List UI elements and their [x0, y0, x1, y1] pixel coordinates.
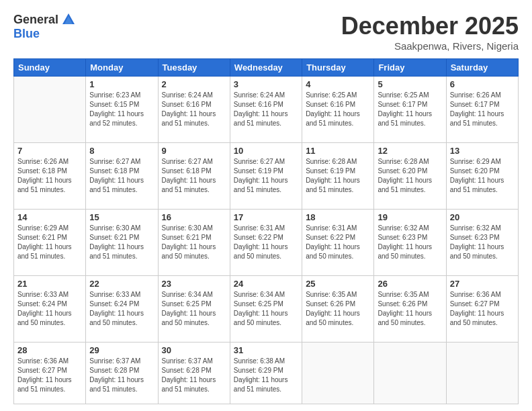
calendar-cell: 9Sunrise: 6:27 AM Sunset: 6:18 PM Daylig…: [158, 142, 230, 209]
calendar-cell: 20Sunrise: 6:32 AM Sunset: 6:23 PM Dayli…: [446, 209, 518, 275]
calendar-cell: 12Sunrise: 6:28 AM Sunset: 6:20 PM Dayli…: [374, 142, 446, 209]
day-info: Sunrise: 6:24 AM Sunset: 6:16 PM Dayligh…: [234, 91, 298, 128]
day-info: Sunrise: 6:37 AM Sunset: 6:28 PM Dayligh…: [162, 357, 226, 394]
calendar-cell: 24Sunrise: 6:34 AM Sunset: 6:25 PM Dayli…: [230, 275, 302, 342]
day-info: Sunrise: 6:37 AM Sunset: 6:28 PM Dayligh…: [89, 357, 154, 394]
calendar-cell: [302, 342, 374, 404]
location: Saakpenwa, Rivers, Nigeria: [341, 40, 519, 52]
day-info: Sunrise: 6:29 AM Sunset: 6:20 PM Dayligh…: [450, 157, 515, 195]
day-info: Sunrise: 6:27 AM Sunset: 6:18 PM Dayligh…: [162, 157, 226, 195]
calendar-cell: 28Sunrise: 6:36 AM Sunset: 6:27 PM Dayli…: [14, 342, 86, 404]
calendar-cell: [374, 342, 446, 404]
calendar-cell: 29Sunrise: 6:37 AM Sunset: 6:28 PM Dayli…: [86, 342, 158, 404]
calendar-cell: 6Sunrise: 6:26 AM Sunset: 6:17 PM Daylig…: [446, 77, 518, 143]
title-section: December 2025 Saakpenwa, Rivers, Nigeria: [341, 12, 519, 52]
logo-blue-text: Blue: [13, 27, 40, 41]
day-number: 17: [234, 212, 298, 222]
day-info: Sunrise: 6:25 AM Sunset: 6:16 PM Dayligh…: [306, 91, 370, 128]
day-number: 7: [17, 146, 82, 156]
week-row-5: 28Sunrise: 6:36 AM Sunset: 6:27 PM Dayli…: [14, 342, 519, 404]
calendar-cell: 27Sunrise: 6:36 AM Sunset: 6:27 PM Dayli…: [446, 275, 518, 342]
calendar-cell: 14Sunrise: 6:29 AM Sunset: 6:21 PM Dayli…: [14, 209, 86, 275]
day-number: 9: [162, 146, 226, 156]
day-number: 6: [450, 79, 515, 89]
day-number: 2: [162, 79, 226, 89]
day-number: 26: [378, 279, 442, 289]
day-number: 11: [306, 146, 370, 156]
day-info: Sunrise: 6:35 AM Sunset: 6:26 PM Dayligh…: [306, 290, 370, 328]
logo-icon: [61, 12, 76, 27]
logo-general-text: General: [13, 13, 58, 27]
calendar-cell: 19Sunrise: 6:32 AM Sunset: 6:23 PM Dayli…: [374, 209, 446, 275]
day-info: Sunrise: 6:26 AM Sunset: 6:17 PM Dayligh…: [450, 91, 515, 128]
day-number: 14: [17, 212, 82, 222]
day-number: 27: [450, 279, 515, 289]
week-row-2: 7Sunrise: 6:26 AM Sunset: 6:18 PM Daylig…: [14, 142, 519, 209]
day-number: 3: [234, 79, 298, 89]
calendar-cell: 5Sunrise: 6:25 AM Sunset: 6:17 PM Daylig…: [374, 77, 446, 143]
day-info: Sunrise: 6:27 AM Sunset: 6:18 PM Dayligh…: [89, 157, 154, 195]
day-info: Sunrise: 6:24 AM Sunset: 6:16 PM Dayligh…: [162, 91, 226, 128]
month-title: December 2025: [341, 12, 519, 40]
day-number: 1: [89, 79, 154, 89]
weekday-sunday: Sunday: [14, 59, 86, 77]
day-info: Sunrise: 6:35 AM Sunset: 6:26 PM Dayligh…: [378, 290, 442, 328]
weekday-saturday: Saturday: [446, 59, 518, 77]
calendar-cell: 15Sunrise: 6:30 AM Sunset: 6:21 PM Dayli…: [86, 209, 158, 275]
week-row-3: 14Sunrise: 6:29 AM Sunset: 6:21 PM Dayli…: [14, 209, 519, 275]
day-info: Sunrise: 6:30 AM Sunset: 6:21 PM Dayligh…: [162, 224, 226, 261]
calendar-cell: [14, 77, 86, 143]
calendar-cell: 8Sunrise: 6:27 AM Sunset: 6:18 PM Daylig…: [86, 142, 158, 209]
weekday-tuesday: Tuesday: [158, 59, 230, 77]
day-info: Sunrise: 6:32 AM Sunset: 6:23 PM Dayligh…: [450, 224, 515, 261]
weekday-thursday: Thursday: [302, 59, 374, 77]
day-number: 23: [162, 279, 226, 289]
day-number: 4: [306, 79, 370, 89]
calendar-cell: 4Sunrise: 6:25 AM Sunset: 6:16 PM Daylig…: [302, 77, 374, 143]
day-number: 29: [89, 345, 154, 355]
week-row-1: 1Sunrise: 6:23 AM Sunset: 6:15 PM Daylig…: [14, 77, 519, 143]
calendar-cell: 18Sunrise: 6:31 AM Sunset: 6:22 PM Dayli…: [302, 209, 374, 275]
day-number: 31: [234, 345, 298, 355]
day-info: Sunrise: 6:38 AM Sunset: 6:29 PM Dayligh…: [234, 357, 298, 394]
calendar-cell: 26Sunrise: 6:35 AM Sunset: 6:26 PM Dayli…: [374, 275, 446, 342]
day-number: 24: [234, 279, 298, 289]
calendar-cell: 13Sunrise: 6:29 AM Sunset: 6:20 PM Dayli…: [446, 142, 518, 209]
calendar-cell: 22Sunrise: 6:33 AM Sunset: 6:24 PM Dayli…: [86, 275, 158, 342]
calendar-cell: 10Sunrise: 6:27 AM Sunset: 6:19 PM Dayli…: [230, 142, 302, 209]
day-number: 5: [378, 79, 442, 89]
day-info: Sunrise: 6:33 AM Sunset: 6:24 PM Dayligh…: [17, 290, 82, 328]
day-info: Sunrise: 6:33 AM Sunset: 6:24 PM Dayligh…: [89, 290, 154, 328]
day-info: Sunrise: 6:28 AM Sunset: 6:20 PM Dayligh…: [378, 157, 442, 195]
calendar-cell: 7Sunrise: 6:26 AM Sunset: 6:18 PM Daylig…: [14, 142, 86, 209]
calendar-cell: 1Sunrise: 6:23 AM Sunset: 6:15 PM Daylig…: [86, 77, 158, 143]
day-info: Sunrise: 6:36 AM Sunset: 6:27 PM Dayligh…: [450, 290, 515, 328]
day-number: 15: [89, 212, 154, 222]
calendar-cell: 11Sunrise: 6:28 AM Sunset: 6:19 PM Dayli…: [302, 142, 374, 209]
weekday-monday: Monday: [86, 59, 158, 77]
calendar-cell: 16Sunrise: 6:30 AM Sunset: 6:21 PM Dayli…: [158, 209, 230, 275]
day-number: 13: [450, 146, 515, 156]
weekday-header-row: SundayMondayTuesdayWednesdayThursdayFrid…: [14, 59, 519, 77]
day-info: Sunrise: 6:34 AM Sunset: 6:25 PM Dayligh…: [234, 290, 298, 328]
day-info: Sunrise: 6:26 AM Sunset: 6:18 PM Dayligh…: [17, 157, 82, 195]
week-row-4: 21Sunrise: 6:33 AM Sunset: 6:24 PM Dayli…: [14, 275, 519, 342]
calendar-cell: 3Sunrise: 6:24 AM Sunset: 6:16 PM Daylig…: [230, 77, 302, 143]
calendar-cell: 25Sunrise: 6:35 AM Sunset: 6:26 PM Dayli…: [302, 275, 374, 342]
day-number: 30: [162, 345, 226, 355]
day-number: 16: [162, 212, 226, 222]
day-info: Sunrise: 6:31 AM Sunset: 6:22 PM Dayligh…: [234, 224, 298, 261]
calendar-cell: 17Sunrise: 6:31 AM Sunset: 6:22 PM Dayli…: [230, 209, 302, 275]
day-number: 28: [17, 345, 82, 355]
day-number: 12: [378, 146, 442, 156]
header: General Blue December 2025 Saakpenwa, Ri…: [13, 12, 519, 52]
day-info: Sunrise: 6:30 AM Sunset: 6:21 PM Dayligh…: [89, 224, 154, 261]
calendar-cell: 31Sunrise: 6:38 AM Sunset: 6:29 PM Dayli…: [230, 342, 302, 404]
day-number: 10: [234, 146, 298, 156]
calendar-cell: 21Sunrise: 6:33 AM Sunset: 6:24 PM Dayli…: [14, 275, 86, 342]
logo: General Blue: [13, 12, 76, 41]
day-info: Sunrise: 6:36 AM Sunset: 6:27 PM Dayligh…: [17, 357, 82, 394]
day-number: 20: [450, 212, 515, 222]
day-number: 25: [306, 279, 370, 289]
day-info: Sunrise: 6:31 AM Sunset: 6:22 PM Dayligh…: [306, 224, 370, 261]
